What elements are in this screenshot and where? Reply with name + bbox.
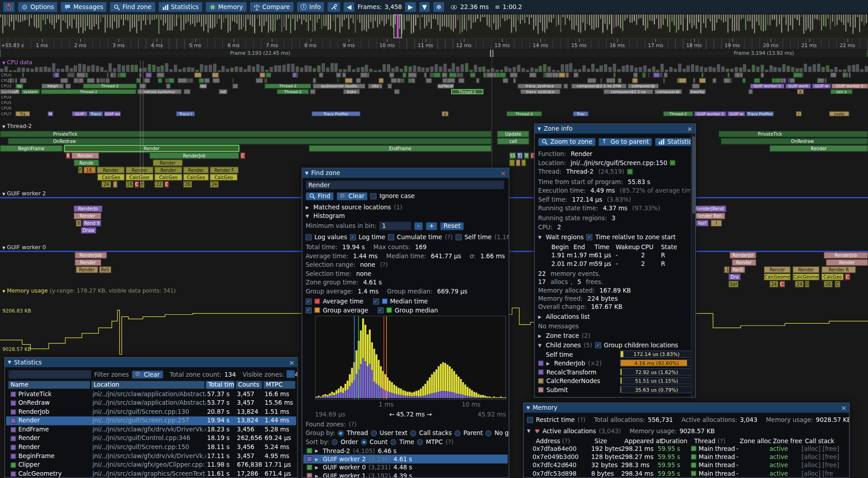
- timeline-zone[interactable]: Rende: [74, 160, 99, 166]
- timeline-zone[interactable]: Render: [153, 160, 183, 166]
- timeline-zone[interactable]: CalcGeo: [155, 174, 182, 180]
- sort-by-order[interactable]: [332, 439, 338, 445]
- ignore-case-checkbox[interactable]: [371, 193, 377, 199]
- cpu-slice[interactable]: [552, 72, 559, 77]
- cpu-slice[interactable]: M: [47, 111, 53, 116]
- column-header-mtpc[interactable]: MTPC: [264, 381, 296, 388]
- cpu-slice[interactable]: [178, 78, 187, 83]
- zoom-to-zone-button[interactable]: Zoom to zone: [538, 137, 595, 146]
- cpu-slice[interactable]: [793, 72, 802, 77]
- prev-frame-button[interactable]: ◀: [344, 2, 355, 12]
- timeline-zone[interactable]: Render: [155, 167, 182, 174]
- cpu-slice[interactable]: [255, 78, 263, 83]
- cpu-slice[interactable]: [204, 78, 210, 83]
- cpu-slice[interactable]: [60, 78, 68, 83]
- log-values-checkbox[interactable]: [306, 234, 311, 240]
- self-time-checkbox[interactable]: [456, 234, 462, 240]
- timeline-zone[interactable]: RerS: [731, 266, 745, 273]
- timeline-zone[interactable]: [521, 160, 526, 166]
- timeline-zone[interactable]: Render: [826, 259, 868, 266]
- cpu-slice[interactable]: [106, 78, 108, 83]
- cpu-slice[interactable]: [158, 78, 162, 83]
- group-by-user-text[interactable]: [371, 430, 377, 436]
- allocation-row[interactable]: 0x7dfaa64e00192 bytes298.21 ms59.95 sMai…: [524, 444, 849, 453]
- child-zones-header[interactable]: ▼Child zones(5)✓Group children locations: [538, 341, 678, 350]
- log-time-checkbox[interactable]: ✓: [350, 234, 356, 240]
- collapse-icon[interactable]: ▼: [8, 360, 11, 365]
- cpu-slice[interactable]: [679, 78, 686, 83]
- cpu-slice[interactable]: ndroid.systemui: [137, 89, 182, 94]
- timeline-zone[interactable]: 24: [101, 181, 111, 188]
- cpu-slice[interactable]: [360, 72, 368, 77]
- cpu-slice[interactable]: [402, 72, 406, 77]
- timeline-zone[interactable]: CalcGeome: [764, 274, 791, 280]
- table-row[interactable]: Renderjni/../jni/src/guif/Screen.cpp:150…: [6, 443, 296, 452]
- timeline-zone[interactable]: Render: [793, 266, 819, 273]
- timeline-zone[interactable]: C: [845, 274, 850, 280]
- cpu-slice[interactable]: [394, 89, 400, 94]
- cpu-slice[interactable]: Tracy: [89, 111, 103, 116]
- cpu-slice[interactable]: [632, 78, 638, 83]
- cpu-slice[interactable]: [76, 72, 85, 77]
- table-row[interactable]: OnRedrawjni/../jni/src/claw/application/…: [6, 399, 296, 408]
- allocation-row[interactable]: 0x7e049b3d00128 bytes298.27 ms59.95 sMai…: [524, 452, 849, 461]
- cpu-slice[interactable]: [387, 84, 392, 89]
- thread-header-guif-worker-2[interactable]: ▼GUIF worker 2: [2, 190, 46, 196]
- cpu-slice[interactable]: [156, 72, 164, 77]
- toolbar-button-memory[interactable]: Memory: [205, 2, 247, 12]
- column-header-zone-free[interactable]: Zone free: [773, 437, 802, 445]
- power-button[interactable]: [3, 2, 15, 12]
- cpu-slice[interactable]: [85, 72, 88, 77]
- increment-button[interactable]: +: [426, 222, 438, 230]
- source-link-button[interactable]: [670, 160, 675, 166]
- cpu-slice[interactable]: [699, 78, 706, 83]
- timeline-zone[interactable]: EndFrame: [309, 145, 491, 152]
- tools-button[interactable]: [327, 2, 340, 12]
- close-icon[interactable]: ×: [841, 404, 846, 411]
- timeline-zone[interactable]: [113, 181, 118, 188]
- cpu-slice[interactable]: GUIF wor: [104, 111, 121, 116]
- cpu-slice[interactable]: [742, 78, 745, 83]
- wait-regions-header[interactable]: ▼Wait regions✓Time relative to zone star…: [538, 232, 675, 241]
- cpu-slice[interactable]: [456, 72, 463, 77]
- group-by-thread[interactable]: [338, 430, 344, 436]
- timeline-zone[interactable]: 22: [155, 181, 164, 188]
- cpu-slice[interactable]: [67, 72, 75, 77]
- memory-usage-header[interactable]: ▼Memory usage (y-range: 178.27 KB, visib…: [2, 288, 176, 293]
- cpu-slice[interactable]: [509, 72, 518, 77]
- timeline-zone[interactable]: CalcGeomet: [793, 274, 819, 280]
- timeline-zone[interactable]: T1: [517, 152, 523, 159]
- timeline-zone[interactable]: 24: [769, 281, 778, 288]
- active-allocations-header[interactable]: ▼♥Active allocations(3,043) Memory usage…: [527, 426, 715, 435]
- cpu-slice[interactable]: [824, 78, 827, 83]
- timeline-zone[interactable]: -1: [724, 266, 730, 273]
- reset-button[interactable]: Reset: [440, 222, 464, 230]
- timeline-zone[interactable]: I: [711, 220, 722, 227]
- cpu-slice[interactable]: [77, 78, 79, 83]
- cpu-slice[interactable]: [648, 72, 650, 77]
- cpu-slice[interactable]: I: [796, 111, 802, 116]
- timeline-zone[interactable]: RenderJob: [150, 152, 239, 159]
- close-icon[interactable]: ×: [687, 125, 693, 132]
- column-header-total-tim[interactable]: Total tim: [206, 381, 235, 388]
- timeline-zone[interactable]: Render: [64, 145, 239, 152]
- cpu-slice[interactable]: [212, 72, 218, 77]
- toolbar-button-info[interactable]: iInfo: [297, 2, 325, 12]
- cpu-slice[interactable]: [565, 72, 566, 77]
- thread-header-guif-worker-0[interactable]: ▼GUIF worker 0: [2, 244, 46, 250]
- cpu-slice[interactable]: [345, 78, 353, 83]
- child-zone-row[interactable]: ▶RenderJob(×2)4.16 ms (92.60%): [538, 359, 602, 368]
- cpu-slice[interactable]: [692, 84, 700, 89]
- cpu-slice[interactable]: [613, 72, 616, 77]
- cpu-slice[interactable]: [749, 89, 753, 94]
- cpu-slice[interactable]: [702, 72, 703, 77]
- cpu-data-header[interactable]: ▼CPU data: [2, 59, 33, 65]
- thread-header-thread-2[interactable]: ▼Thread-2: [2, 123, 32, 129]
- cpu-slice[interactable]: [564, 84, 568, 89]
- frame-minimap[interactable]: [0, 14, 868, 39]
- cpu-slice[interactable]: [493, 72, 496, 77]
- timeline-zone[interactable]: CalcGeo: [210, 174, 237, 180]
- cpu-slice[interactable]: [146, 72, 151, 77]
- timeline-zone[interactable]: 8: [76, 220, 81, 227]
- cpu-slice[interactable]: [194, 72, 202, 77]
